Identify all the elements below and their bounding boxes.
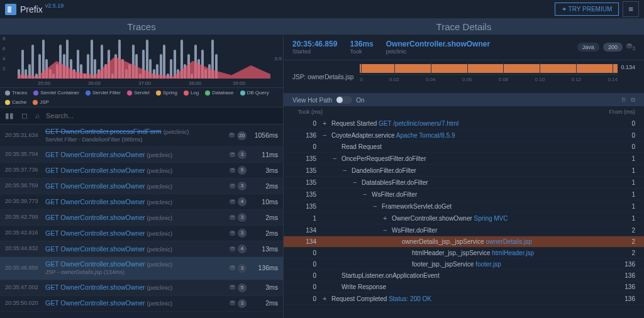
- status-chip: 200: [603, 43, 623, 52]
- legend-item[interactable]: Traces: [5, 90, 27, 96]
- tree-node[interactable]: 135−OncePerRequestFilter.doFilter1: [284, 153, 644, 165]
- tree-node[interactable]: 135−WsFilter.doFilter1: [284, 189, 644, 200]
- tree-node[interactable]: 0footer_jsp._jspService footer.jsp136: [284, 259, 644, 270]
- menu-button[interactable]: ≡: [623, 1, 639, 17]
- copy-icon[interactable]: ⎘: [622, 96, 626, 104]
- timeline-bar: [360, 64, 618, 73]
- trace-row[interactable]: 20:35:37.736GET OwnerController.showOwne…: [0, 163, 283, 178]
- chart-legend: TracesServlet ContainerServlet FilterSer…: [0, 88, 283, 107]
- tree-node[interactable]: 134ownerDetails_jsp._jspService ownerDet…: [284, 236, 644, 248]
- legend-item[interactable]: Database: [205, 90, 233, 96]
- traces-title: Traces: [0, 19, 283, 35]
- legend-item[interactable]: Servlet Filter: [86, 90, 121, 96]
- expand-icon[interactable]: −: [383, 226, 389, 234]
- tree-node[interactable]: 0+Request Started GET /petclinic/owners/…: [284, 118, 644, 129]
- hotpath-label: View Hot Path: [292, 97, 332, 104]
- try-premium-button[interactable]: ✦ TRY PREMIUM: [555, 3, 619, 16]
- trace-row[interactable]: 20:35:42.816GET OwnerController.showOwne…: [0, 226, 283, 241]
- tree-node[interactable]: 135−DatatablesFilter.doFilter1: [284, 177, 644, 189]
- trace-row[interactable]: 20:35:31.634GET OwnerController.processF…: [0, 124, 283, 147]
- legend-item[interactable]: Cache: [5, 99, 26, 105]
- expand-icon[interactable]: +: [383, 214, 389, 222]
- action-value: OwnerController.showOwner: [386, 40, 490, 48]
- legend-item[interactable]: JSP: [33, 99, 49, 105]
- app-version: v2.5.19: [45, 3, 64, 9]
- expand-icon[interactable]: −: [333, 155, 339, 162]
- legend-item[interactable]: Log: [184, 90, 199, 96]
- trace-row[interactable]: 20:35:38.759GET OwnerController.showOwne…: [0, 178, 283, 194]
- started-value: 20:35:46.859: [292, 40, 337, 48]
- tree-node[interactable]: 0htmlHeader_jsp._jspService htmlHeader.j…: [284, 248, 644, 259]
- trace-row[interactable]: 20:35:50.020GET OwnerController.showOwne…: [0, 296, 283, 312]
- expand-icon[interactable]: −: [373, 202, 379, 210]
- expand-icon[interactable]: −: [343, 167, 349, 174]
- trace-row[interactable]: 20:35:35.704GET OwnerController.showOwne…: [0, 147, 283, 163]
- tree-node[interactable]: 134−WsFilter.doFilter2: [284, 224, 644, 236]
- trace-row[interactable]: 20:35:39.773GET OwnerController.showOwne…: [0, 194, 283, 210]
- legend-item[interactable]: Servlet: [127, 90, 150, 96]
- tree-node[interactable]: 136−CoyoteAdapter.service Apache Tomcat/…: [284, 129, 644, 141]
- expand-icon[interactable]: +: [323, 295, 329, 302]
- details-title: Trace Details: [284, 19, 644, 35]
- trace-row[interactable]: 20:35:46.859GET OwnerController.showOwne…: [0, 257, 283, 280]
- popout-icon[interactable]: ⧉: [631, 96, 635, 104]
- tree-node[interactable]: 0Write Response136: [284, 282, 644, 293]
- trace-row[interactable]: 20:35:47.002GET OwnerController.showOwne…: [0, 280, 283, 296]
- legend-item[interactable]: Spring: [156, 90, 177, 96]
- legend-item[interactable]: Servlet Container: [33, 90, 79, 96]
- search-input[interactable]: [43, 109, 282, 122]
- clear-button[interactable]: ◻: [18, 109, 31, 123]
- timeline-label: JSP: ownerDetails.jsp: [292, 74, 353, 80]
- app-name: Prefix: [20, 4, 43, 14]
- tree-node[interactable]: 135−DandelionFilter.doFilter1: [284, 165, 644, 177]
- tree-node[interactable]: 1+OwnerController.showOwner Spring MVC1: [284, 212, 644, 224]
- took-value: 136ms: [350, 40, 373, 48]
- traces-chart[interactable]: 8 6 4 2 0.5 35:00 36:00 37:00 38:00 39:0…: [0, 35, 283, 88]
- lang-chip: Java: [577, 43, 599, 52]
- expand-icon[interactable]: −: [363, 190, 369, 198]
- search-icon: ⌕: [31, 109, 43, 123]
- tree-node[interactable]: 0+Request Completed Status: 200 OK136: [284, 293, 644, 305]
- expand-icon[interactable]: −: [323, 131, 329, 139]
- logo-icon: [5, 4, 16, 15]
- tree-node[interactable]: 0Read Request0: [284, 141, 644, 153]
- hotpath-toggle[interactable]: [336, 96, 352, 104]
- legend-item[interactable]: DB Query: [240, 90, 269, 96]
- expand-icon[interactable]: −: [353, 178, 359, 186]
- tree-node[interactable]: 135−FrameworkServlet.doGet1: [284, 200, 644, 212]
- database-icon: ⛃3: [626, 42, 635, 52]
- trace-row[interactable]: 20:35:42.799GET OwnerController.showOwne…: [0, 210, 283, 226]
- trace-row[interactable]: 20:35:44.832GET OwnerController.showOwne…: [0, 241, 283, 257]
- pause-button[interactable]: ▮▮: [1, 109, 18, 123]
- tree-node[interactable]: 0StartupListener.onApplicationEvent136: [284, 270, 644, 282]
- expand-icon[interactable]: +: [323, 119, 329, 127]
